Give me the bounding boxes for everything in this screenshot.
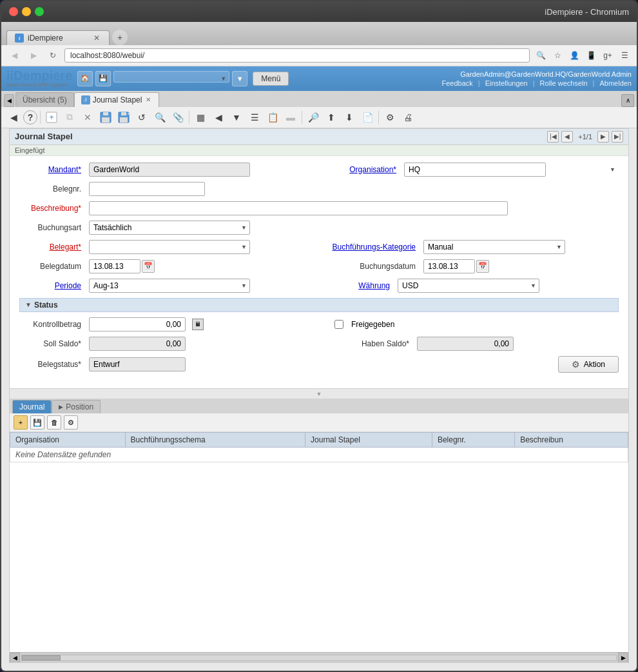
- undo-btn[interactable]: ↺: [133, 109, 150, 126]
- new-tab-btn[interactable]: +: [112, 30, 128, 45]
- zoom-icon[interactable]: 🔍: [534, 48, 548, 63]
- kontrollbetrag-input[interactable]: [89, 317, 186, 331]
- copy-record-btn[interactable]: ⧉: [61, 109, 78, 126]
- belegart-label[interactable]: Belegart*: [19, 242, 84, 252]
- prev-record-btn[interactable]: ◀: [561, 131, 573, 143]
- minimize-btn[interactable]: [22, 7, 31, 16]
- beschreibung-input[interactable]: [89, 201, 508, 215]
- detail-btn[interactable]: 📋: [264, 109, 281, 126]
- scroll-right-arrow[interactable]: ▶: [618, 653, 628, 663]
- journal-tab-close-icon[interactable]: ✕: [144, 96, 152, 104]
- calc-icon[interactable]: 🖩: [192, 319, 204, 330]
- list-btn[interactable]: ☰: [246, 109, 263, 126]
- belegnr-input[interactable]: [89, 182, 205, 196]
- scroll-down-icon[interactable]: ▼: [316, 391, 322, 397]
- waehrung-label[interactable]: Währung: [328, 281, 392, 290]
- attach-btn[interactable]: 📎: [169, 109, 186, 126]
- table-new-btn[interactable]: +: [14, 415, 28, 430]
- settings-btn[interactable]: ⚙: [382, 109, 398, 126]
- delete-record-btn[interactable]: ✕: [79, 109, 96, 126]
- address-input[interactable]: [64, 48, 530, 63]
- buchfuhr-select[interactable]: Manual: [423, 240, 565, 254]
- position-tab-arrow-icon: ▶: [59, 404, 63, 410]
- save-new-btn[interactable]: +: [115, 109, 132, 126]
- mobile-icon[interactable]: 📱: [584, 48, 598, 63]
- table-save-btn[interactable]: 💾: [30, 415, 44, 430]
- feedback-link[interactable]: Feedback: [442, 79, 473, 87]
- next-btn[interactable]: ▼: [228, 109, 245, 126]
- belegstatus-input: [89, 357, 186, 371]
- overview-tab[interactable]: Übersicht (5): [15, 92, 74, 107]
- close-btn[interactable]: [9, 7, 18, 16]
- scroll-left-arrow[interactable]: ◀: [10, 653, 20, 663]
- grid-btn[interactable]: ▦: [192, 109, 209, 126]
- left-nav-tab-icon[interactable]: ◀: [4, 94, 14, 107]
- org-select[interactable]: HQ: [404, 163, 546, 177]
- beschreibung-label: Beschreibung*: [19, 204, 84, 213]
- forward-nav-icon[interactable]: ▶: [26, 48, 41, 63]
- menu-button[interactable]: Menü: [253, 72, 289, 86]
- save-header-icon-btn[interactable]: 💾: [95, 71, 111, 86]
- switch-role-link[interactable]: Rolle wechseln: [540, 79, 588, 87]
- buchungsart-select-wrapper: Tatsächlich: [89, 221, 250, 235]
- find2-btn[interactable]: 🔎: [305, 109, 322, 126]
- journal-stapel-tab[interactable]: J Journal Stapel ✕: [74, 92, 160, 107]
- buchungsdatum-input[interactable]: [423, 259, 475, 273]
- scroll-track[interactable]: [21, 655, 617, 661]
- maximize-btn[interactable]: [35, 7, 44, 16]
- prev-btn[interactable]: ◀: [210, 109, 227, 126]
- back-toolbar-btn[interactable]: ◀: [5, 109, 22, 126]
- context-select[interactable]: [113, 71, 229, 83]
- star-icon[interactable]: ☆: [550, 48, 565, 63]
- back-nav-icon[interactable]: ◀: [6, 48, 22, 63]
- position-bottom-tab[interactable]: ▶ Position: [52, 400, 101, 413]
- help-toolbar-btn[interactable]: ?: [23, 110, 37, 124]
- buchungsdatum-cal-icon[interactable]: 📅: [476, 260, 489, 273]
- belegdatum-input[interactable]: [89, 259, 140, 273]
- table-toolbar: + 💾 🗑 ⚙: [10, 413, 628, 432]
- periode-label[interactable]: Periode: [19, 281, 84, 290]
- translate-btn[interactable]: 📄: [359, 109, 376, 126]
- last-record-btn[interactable]: ▶|: [612, 131, 623, 143]
- table-delete-btn[interactable]: 🗑: [47, 415, 61, 430]
- browser-tab-idempiere[interactable]: i iDempiere ✕: [6, 30, 110, 45]
- belegstatus-label: Belegstatus*: [19, 360, 84, 369]
- aktion-button[interactable]: ⚙ Aktion: [558, 356, 619, 373]
- periode-select[interactable]: Aug-13: [89, 279, 250, 293]
- table-settings-btn[interactable]: ⚙: [64, 415, 78, 430]
- home-icon-btn[interactable]: 🏠: [77, 71, 93, 86]
- svg-rect-7: [120, 117, 128, 123]
- soll-saldo-input: [89, 337, 186, 351]
- freigegeben-checkbox[interactable]: [334, 320, 343, 329]
- mandant-label[interactable]: Mandant*: [19, 165, 84, 174]
- next-record-btn[interactable]: ▶: [597, 131, 609, 143]
- waehrung-select[interactable]: USD: [398, 279, 539, 293]
- buchungsdatum-field: 📅: [423, 259, 489, 273]
- account-icon[interactable]: 👤: [567, 48, 581, 63]
- col-belegnr: Belegnr.: [432, 433, 514, 448]
- buchungsart-select[interactable]: Tatsächlich: [89, 221, 250, 235]
- export-btn[interactable]: ⬆: [323, 109, 340, 126]
- belegdatum-cal-icon[interactable]: 📅: [142, 260, 155, 273]
- tab-close-icon[interactable]: ✕: [92, 34, 101, 43]
- belegart-select[interactable]: [89, 240, 250, 254]
- bar-btn[interactable]: ▬: [282, 109, 299, 126]
- collapse-tab-icon[interactable]: ∧: [621, 94, 634, 107]
- org-label: Organisation*: [322, 165, 399, 174]
- gplus-icon[interactable]: g+: [601, 48, 615, 63]
- kontrollbetrag-row: Kontrollbetrag 🖩 Freigegeben: [19, 317, 619, 331]
- menu-icon[interactable]: ☰: [617, 48, 632, 63]
- refresh-nav-icon[interactable]: ↻: [45, 48, 61, 63]
- print-btn[interactable]: 🖨: [400, 109, 416, 126]
- buchfuhr-label[interactable]: Buchführungs-Kategorie: [328, 242, 418, 252]
- logout-link[interactable]: Abmelden: [599, 79, 632, 87]
- find-btn[interactable]: 🔍: [151, 109, 168, 126]
- journal-bottom-tab[interactable]: Journal: [12, 400, 52, 413]
- first-record-btn[interactable]: |◀: [547, 131, 559, 143]
- context-dropdown-icon[interactable]: ▼: [232, 71, 247, 86]
- scroll-thumb[interactable]: [22, 655, 61, 660]
- settings-link[interactable]: Einstellungen: [485, 79, 528, 87]
- save-record-btn[interactable]: [97, 109, 114, 126]
- import-btn[interactable]: ⬇: [341, 109, 358, 126]
- new-record-btn[interactable]: +: [43, 109, 60, 126]
